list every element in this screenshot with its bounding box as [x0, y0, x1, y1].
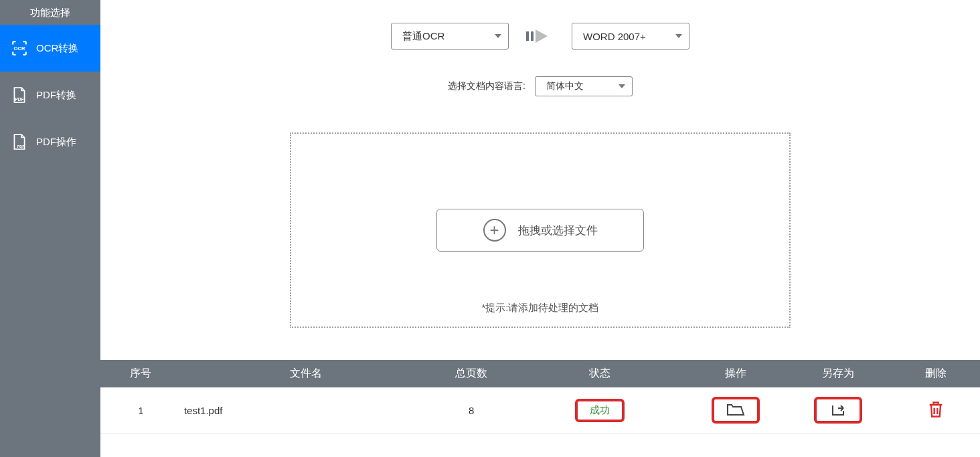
main-content: 普通OCR WORD 2007+ 选择文档内容语言: 简体中文 + 拖拽或选择文… — [100, 0, 980, 457]
select-files-button[interactable]: + 拖拽或选择文件 — [436, 209, 644, 252]
cell-name: test1.pdf — [181, 387, 431, 434]
source-mode-value: 普通OCR — [402, 30, 444, 43]
conversion-row: 普通OCR WORD 2007+ — [100, 0, 980, 50]
sidebar: 功能选择 OCR OCR转换 PDF PDF转换 PDF PDF操作 — [0, 0, 100, 457]
source-mode-dropdown[interactable]: 普通OCR — [391, 23, 509, 50]
language-label: 选择文档内容语言: — [448, 80, 525, 92]
export-button[interactable] — [829, 402, 847, 418]
language-value: 简体中文 — [546, 80, 584, 92]
language-dropdown[interactable]: 简体中文 — [535, 76, 633, 96]
cell-open — [687, 387, 784, 434]
select-files-label: 拖拽或选择文件 — [518, 223, 598, 238]
th-name: 文件名 — [181, 360, 431, 387]
file-drop-zone[interactable]: + 拖拽或选择文件 *提示:请添加待处理的文档 — [290, 132, 791, 328]
files-table: 序号 文件名 总页数 状态 操作 另存为 删除 1 test1.pdf 8 成功 — [100, 360, 980, 434]
target-format-dropdown[interactable]: WORD 2007+ — [572, 23, 689, 50]
svg-text:PDF: PDF — [17, 145, 25, 149]
cell-status: 成功 — [512, 387, 687, 434]
sidebar-item-pdf-operations[interactable]: PDF PDF操作 — [0, 118, 100, 165]
cell-saveas — [784, 387, 892, 434]
chevron-down-icon — [495, 34, 501, 38]
sidebar-item-label: PDF转换 — [36, 89, 76, 102]
svg-rect-4 — [531, 31, 534, 41]
pdf-operate-icon: PDF — [11, 133, 28, 151]
svg-rect-3 — [526, 31, 529, 41]
th-action: 操作 — [687, 360, 784, 387]
th-saveas: 另存为 — [784, 360, 892, 387]
th-status: 状态 — [512, 360, 687, 387]
pdf-convert-icon: PDF — [11, 86, 28, 104]
th-delete: 删除 — [892, 360, 980, 387]
sidebar-item-label: PDF操作 — [36, 136, 76, 149]
delete-button[interactable] — [926, 400, 945, 416]
cell-seq: 1 — [100, 387, 181, 434]
svg-marker-5 — [536, 29, 548, 43]
status-text: 成功 — [590, 404, 610, 417]
cell-pages: 8 — [431, 387, 512, 434]
sidebar-item-pdf-convert[interactable]: PDF PDF转换 — [0, 72, 100, 118]
sidebar-item-ocr-convert[interactable]: OCR OCR转换 — [0, 25, 100, 72]
chevron-down-icon — [675, 34, 682, 38]
table-row: 1 test1.pdf 8 成功 — [100, 387, 980, 434]
open-folder-button[interactable] — [726, 402, 745, 418]
convert-arrow-icon — [525, 28, 556, 44]
plus-icon: + — [483, 219, 506, 242]
sidebar-header: 功能选择 — [0, 1, 100, 25]
ocr-icon: OCR — [11, 39, 28, 57]
th-seq: 序号 — [100, 360, 181, 387]
target-format-value: WORD 2007+ — [583, 31, 646, 42]
drop-hint: *提示:请添加待处理的文档 — [481, 302, 598, 314]
chevron-down-icon — [619, 84, 625, 88]
cell-delete — [892, 387, 980, 434]
svg-text:OCR: OCR — [14, 45, 25, 52]
sidebar-item-label: OCR转换 — [36, 42, 78, 55]
language-row: 选择文档内容语言: 简体中文 — [100, 76, 980, 96]
th-pages: 总页数 — [431, 360, 512, 387]
svg-text:PDF: PDF — [15, 97, 24, 102]
